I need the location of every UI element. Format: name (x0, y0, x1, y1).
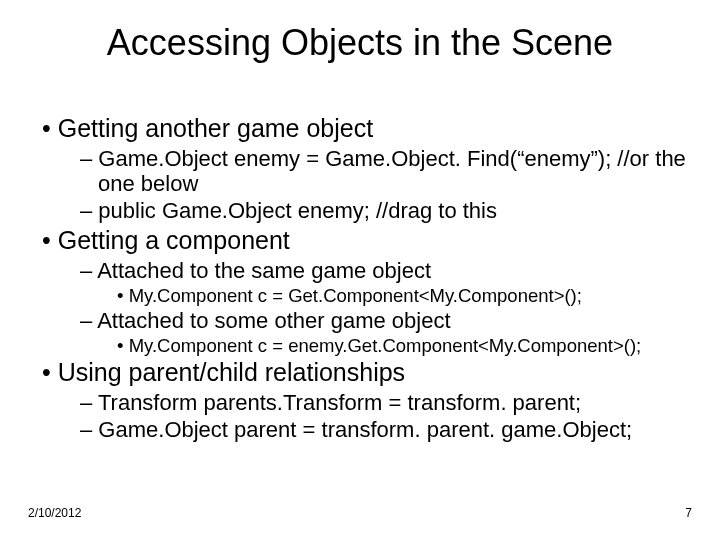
bullet-l1: Getting a component (34, 226, 686, 256)
bullet-l1: Using parent/child relationships (34, 358, 686, 388)
footer-page-number: 7 (685, 506, 692, 520)
slide-title: Accessing Objects in the Scene (0, 22, 720, 64)
bullet-l2: Transform parents.Transform = transform.… (34, 390, 686, 416)
slide: Accessing Objects in the Scene Getting a… (0, 0, 720, 540)
slide-body: Getting another game object Game.Object … (34, 112, 686, 443)
footer-date: 2/10/2012 (28, 506, 81, 520)
bullet-l2: public Game.Object enemy; //drag to this (34, 198, 686, 224)
bullet-l2: Game.Object enemy = Game.Object. Find(“e… (34, 146, 686, 198)
bullet-l1: Getting another game object (34, 114, 686, 144)
bullet-l2: Attached to the same game object (34, 258, 686, 284)
bullet-l2: Game.Object parent = transform. parent. … (34, 417, 686, 443)
bullet-l2: Attached to some other game object (34, 308, 686, 334)
bullet-l3: My.Component c = Get.Component<My.Compon… (34, 285, 686, 307)
bullet-l3: My.Component c = enemy.Get.Component<My.… (34, 335, 686, 357)
